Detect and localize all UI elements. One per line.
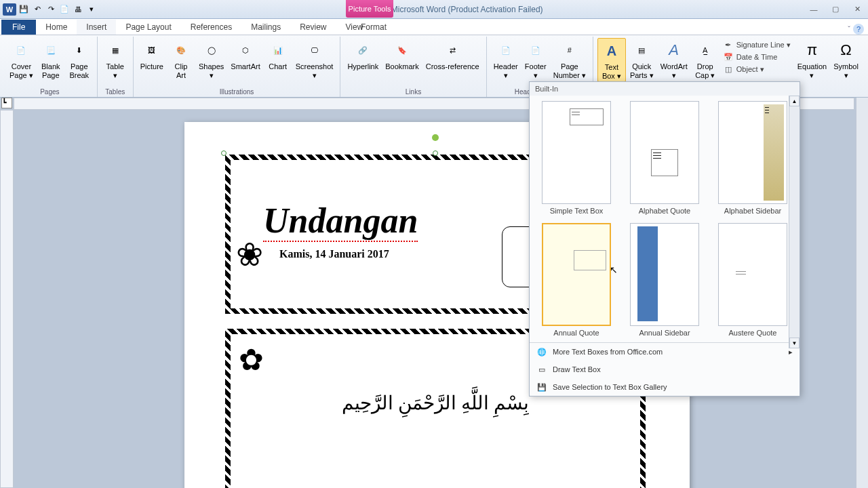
draw-icon: ▭ xyxy=(536,364,547,375)
tab-file[interactable]: File xyxy=(1,20,36,35)
office-icon: 🌐 xyxy=(536,346,547,357)
equation-button[interactable]: πEquation ▾ xyxy=(795,38,829,81)
undo-icon[interactable]: ↶ xyxy=(31,3,43,16)
word-icon[interactable]: W xyxy=(3,3,16,16)
title-bar: W 💾 ↶ ↷ 📄 🖶 ▾ 527_B - Microsoft Word (Pr… xyxy=(0,0,868,19)
group-pages: Pages xyxy=(40,87,59,97)
smartart-button[interactable]: ⬡SmartArt xyxy=(228,38,262,73)
floral-ornament-icon: ❀ xyxy=(236,235,304,303)
group-illustrations: Illustrations xyxy=(220,87,254,97)
object-button[interactable]: ◫Object ▾ xyxy=(723,64,791,75)
gallery-item-austere-quote[interactable]: ▬▬▬▬▬▬▬▬▬▬ Austere Quote xyxy=(713,223,793,337)
gallery-item-alphabet-quote[interactable]: ▬▬▬▬▬▬▬▬▬▬▬▬ Alphabet Quote xyxy=(625,101,705,215)
qat-dropdown-icon[interactable]: ▾ xyxy=(85,3,98,16)
ribbon-tabs: File Home Insert Page Layout References … xyxy=(0,19,868,35)
scroll-down-icon[interactable]: ▼ xyxy=(789,338,800,348)
bookmark-button[interactable]: 🔖Bookmark xyxy=(382,38,422,73)
tab-home[interactable]: Home xyxy=(36,20,77,35)
text-box-gallery: Built-In ▬▬▬▬▬▬ Simple Text Box ▬▬▬▬▬▬▬▬… xyxy=(529,81,800,396)
group-links: Links xyxy=(406,87,421,97)
gallery-scrollbar[interactable]: ▲ ▼ xyxy=(789,96,800,348)
shapes-button[interactable]: ◯Shapes ▾ xyxy=(196,38,226,81)
ribbon-minimize-icon[interactable]: ˇ xyxy=(848,25,850,33)
tab-insert[interactable]: Insert xyxy=(77,20,116,35)
cover-page-button[interactable]: 📄Cover Page ▾ xyxy=(7,38,36,81)
chart-button[interactable]: 📊Chart xyxy=(264,38,292,73)
clip-art-button[interactable]: 🎨Clip Art xyxy=(167,38,195,81)
scroll-up-icon[interactable]: ▲ xyxy=(789,96,800,106)
resize-handle-nw[interactable] xyxy=(221,150,226,156)
print-icon[interactable]: 🖶 xyxy=(72,3,84,16)
picture-button[interactable]: 🖼Picture xyxy=(138,38,166,73)
tab-page-layout[interactable]: Page Layout xyxy=(116,20,180,35)
drop-cap-button[interactable]: A̲Drop Cap ▾ xyxy=(692,38,719,81)
redo-icon[interactable]: ↷ xyxy=(45,3,57,16)
gallery-item-alphabet-sidebar[interactable]: ▬▬▬▬▬▬ Alphabet Sidebar xyxy=(713,101,793,215)
tab-align-selector[interactable]: ┗ xyxy=(1,98,12,108)
vertical-ruler[interactable] xyxy=(0,110,14,488)
chevron-right-icon: ▸ xyxy=(789,348,793,357)
symbol-button[interactable]: ΩSymbol ▾ xyxy=(831,38,861,81)
picture-tools-tab[interactable]: Picture Tools xyxy=(346,0,393,18)
screenshot-button[interactable]: 🖵Screenshot ▾ xyxy=(293,38,336,81)
save-selection-item[interactable]: 💾 Save Selection to Text Box Gallery xyxy=(530,378,800,396)
tab-mailings[interactable]: Mailings xyxy=(241,20,290,35)
rotation-handle[interactable] xyxy=(432,134,439,141)
gallery-item-annual-quote[interactable]: Annual Quote xyxy=(536,223,616,337)
signature-line-button[interactable]: ✒Signature Line ▾ xyxy=(723,39,791,50)
tab-references[interactable]: References xyxy=(181,20,241,35)
new-icon[interactable]: 📄 xyxy=(58,3,71,16)
gallery-item-simple-text-box[interactable]: ▬▬▬▬▬▬ Simple Text Box xyxy=(536,101,616,215)
tab-review[interactable]: Review xyxy=(290,20,336,35)
more-text-boxes-item[interactable]: 🌐 More Text Boxes from Office.com ▸ xyxy=(530,343,800,361)
gallery-header: Built-In xyxy=(530,82,800,96)
floral-left-icon: ✿ xyxy=(239,342,307,410)
wordart-button[interactable]: AWordArt ▾ xyxy=(658,38,690,81)
page-number-button[interactable]: #Page Number ▾ xyxy=(551,38,589,81)
draw-text-box-item[interactable]: ▭ Draw Text Box xyxy=(530,361,800,378)
text-box-button[interactable]: AText Box ▾ xyxy=(597,38,626,82)
group-tables: Tables xyxy=(105,87,125,97)
maximize-button[interactable]: ▢ xyxy=(827,3,844,16)
window-title: 527_B - Microsoft Word (Product Activati… xyxy=(98,5,806,14)
vertical-scrollbar[interactable] xyxy=(856,98,868,488)
bismillah-text: بِسْمِ اللَّهِ الرَّحْمَنِ الرَّحِيم xyxy=(342,392,529,414)
tab-format[interactable]: Format xyxy=(351,20,396,35)
header-button[interactable]: 📄Header ▾ xyxy=(491,38,521,81)
cross-reference-button[interactable]: ⇄Cross-reference xyxy=(423,38,482,73)
minimize-button[interactable]: — xyxy=(806,3,822,16)
close-button[interactable]: ✕ xyxy=(849,3,865,16)
quick-parts-button[interactable]: ▤Quick Parts ▾ xyxy=(627,38,656,81)
date-time-button[interactable]: 📅Date & Time xyxy=(723,52,791,62)
resize-handle-n[interactable] xyxy=(433,150,438,156)
hyperlink-button[interactable]: 🔗Hyperlink xyxy=(344,38,381,73)
blank-page-button[interactable]: 📃Blank Page xyxy=(37,38,64,81)
footer-button[interactable]: 📄Footer ▾ xyxy=(522,38,549,81)
quick-access-toolbar: W 💾 ↶ ↷ 📄 🖶 ▾ xyxy=(3,3,98,16)
page-break-button[interactable]: ⬇Page Break xyxy=(66,38,93,81)
save-icon[interactable]: 💾 xyxy=(18,3,30,16)
help-icon[interactable]: ? xyxy=(853,24,864,35)
gallery-item-annual-sidebar[interactable]: Annual Sidebar xyxy=(625,223,705,337)
table-button[interactable]: ▦Table ▾ xyxy=(102,38,129,81)
save-gallery-icon: 💾 xyxy=(536,382,547,392)
